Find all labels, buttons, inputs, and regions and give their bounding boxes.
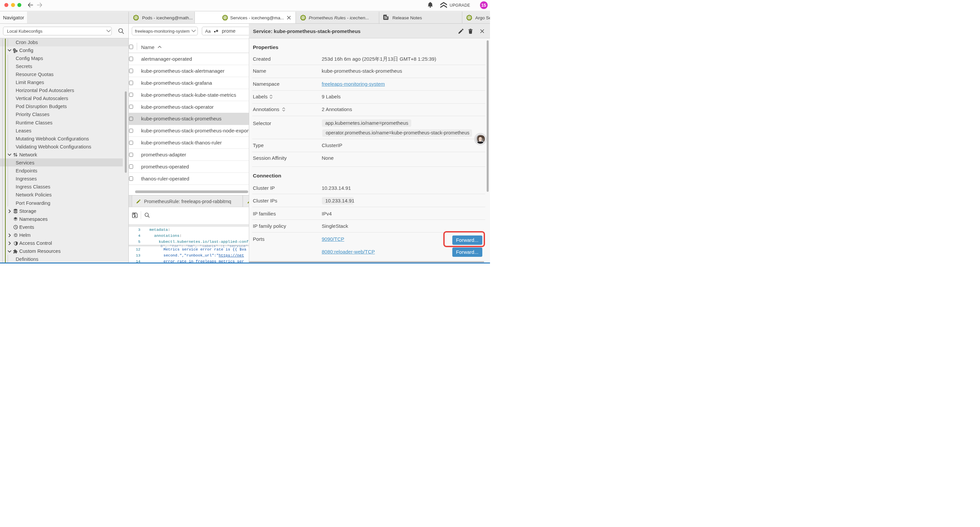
- svg-text:HELM: HELM: [14, 234, 17, 236]
